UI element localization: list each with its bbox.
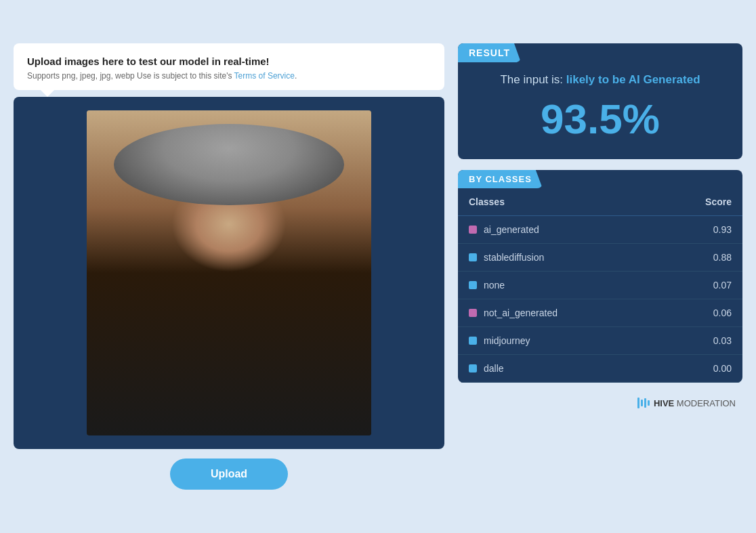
class-cell: midjourney: [469, 335, 646, 346]
class-score: 0.07: [656, 272, 742, 299]
col-header-score: Score: [656, 188, 742, 216]
hive-footer: HIVE MODERATION: [458, 393, 742, 408]
image-container: [14, 97, 444, 449]
class-cell: not_ai_generated: [469, 307, 646, 318]
class-name: midjourney: [484, 335, 530, 346]
classes-header: BY CLASSES: [458, 170, 543, 188]
result-header: RESULT: [458, 43, 521, 62]
classes-table: Classes Score ai_generated 0.93 stabled: [458, 188, 742, 383]
result-highlight: likely to be AI Generated: [566, 73, 700, 86]
hive-bar-2: [641, 400, 643, 406]
classes-box: BY CLASSES Classes Score ai_generated: [458, 170, 742, 383]
right-panel: RESULT The input is: likely to be AI Gen…: [458, 43, 742, 408]
portrait-image: [87, 110, 371, 435]
hive-bar-4: [648, 400, 650, 406]
class-score: 0.00: [656, 355, 742, 383]
hive-bar-3: [644, 398, 646, 408]
class-name: ai_generated: [484, 224, 539, 235]
class-score: 0.03: [656, 327, 742, 355]
classes-table-wrapper[interactable]: Classes Score ai_generated 0.93 stabled: [458, 188, 742, 383]
table-row: dalle 0.00: [458, 355, 742, 383]
result-box: RESULT The input is: likely to be AI Gen…: [458, 43, 742, 159]
class-dot: [469, 309, 477, 317]
col-header-classes: Classes: [458, 188, 656, 216]
tos-link[interactable]: Terms of Service: [234, 71, 295, 81]
class-cell: stablediffusion: [469, 252, 646, 263]
class-score: 0.06: [656, 299, 742, 327]
hive-brand: HIVE: [654, 398, 674, 408]
upload-banner: Upload images here to test our model in …: [14, 43, 444, 90]
class-name: dalle: [484, 363, 504, 374]
table-row: none 0.07: [458, 272, 742, 299]
result-description: The input is: likely to be AI Generated: [458, 73, 742, 87]
class-name: not_ai_generated: [484, 307, 558, 318]
hive-suffix: MODERATION: [677, 398, 736, 408]
class-dot: [469, 364, 477, 372]
table-row: not_ai_generated 0.06: [458, 299, 742, 327]
class-cell: dalle: [469, 363, 646, 374]
table-row: midjourney 0.03: [458, 327, 742, 355]
table-row: stablediffusion 0.88: [458, 244, 742, 272]
class-cell: none: [469, 280, 646, 291]
hive-bar-1: [637, 398, 639, 408]
upload-button-container: Upload: [14, 459, 444, 490]
class-dot: [469, 281, 477, 289]
class-name: none: [484, 280, 505, 291]
hive-text: HIVE MODERATION: [654, 398, 736, 408]
class-score: 0.93: [656, 216, 742, 244]
left-panel: Upload images here to test our model in …: [14, 43, 444, 490]
upload-title: Upload images here to test our model in …: [27, 56, 431, 67]
main-container: Upload images here to test our model in …: [14, 43, 742, 490]
class-score: 0.88: [656, 244, 742, 272]
hive-icon: [637, 398, 650, 408]
class-name: stablediffusion: [484, 252, 544, 263]
class-dot: [469, 337, 477, 345]
class-dot: [469, 253, 477, 261]
class-dot: [469, 226, 477, 234]
table-row: ai_generated 0.93: [458, 216, 742, 244]
upload-subtitle: Supports png, jpeg, jpg, webp Use is sub…: [27, 71, 431, 81]
upload-button[interactable]: Upload: [170, 459, 288, 490]
class-cell: ai_generated: [469, 224, 646, 235]
result-percentage: 93.5%: [458, 95, 742, 143]
